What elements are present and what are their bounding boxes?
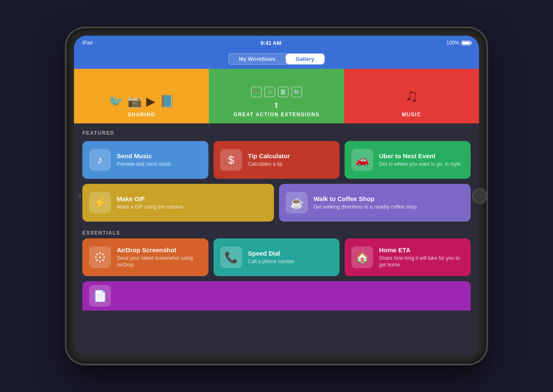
walk-coffee-title: Walk to Coffee Shop [313,195,464,202]
sharing-icons: 🐦 📷 ▶ 📘 [108,94,174,108]
banner-sharing[interactable]: 🐦 📷 ▶ 📘 SHARING [74,69,209,123]
card-partial[interactable]: 📄 [82,281,471,311]
twitter-icon: 🐦 [108,94,123,108]
tip-calculator-text: Tip Calculator Calculates a tip [248,152,333,168]
home-eta-desc: Share how long it will take for you to g… [379,255,464,268]
status-bar-right: 100% [446,40,471,46]
device-frame: iPad ᵎ 9:41 AM 100% My Workflows Gallery [66,28,487,364]
main-content: FEATURED ♪ Send Music Preview and send m… [74,123,479,356]
device-label: iPad [82,40,92,46]
wifi-icon: ᵎ [95,40,95,46]
music-label: MUSIC [402,112,421,118]
card-tip-calculator[interactable]: $ Tip Calculator Calculates a tip [213,141,340,179]
card-make-gif[interactable]: ⚡ Make GIF Make a GIF using the camera [82,184,274,222]
svg-point-4 [103,256,105,258]
card-walk-coffee[interactable]: ☕ Walk to Coffee Shop Get walking direct… [279,184,471,222]
card-speed-dial[interactable]: 📞 Speed Dial Call a phone number [213,238,340,276]
home-eta-text: Home ETA Share how long it will take for… [379,246,464,268]
battery-fill [462,42,470,44]
uber-next-event-text: Uber to Next Event Get to where you want… [379,152,464,168]
featured-cards-row1: ♪ Send Music Preview and send music $ Ti… [82,141,471,179]
make-gif-desc: Make a GIF using the camera [117,204,267,211]
uber-next-event-title: Uber to Next Event [379,152,464,159]
instagram-icon: 📷 [127,94,142,108]
partial-card-icon: 📄 [89,285,111,307]
home-eta-title: Home ETA [379,246,464,253]
send-music-desc: Preview and send music [117,161,202,168]
speed-dial-text: Speed Dial Call a phone number [248,250,333,265]
walk-coffee-desc: Get walking directions to a nearby coffe… [313,204,464,211]
tab-switcher: My Workflows Gallery [228,53,324,65]
tab-gallery[interactable]: Gallery [286,54,324,64]
svg-point-2 [99,261,101,262]
send-music-title: Send Music [117,152,202,159]
uber-icon: 🚗 [351,149,373,171]
svg-point-0 [99,256,101,258]
featured-cards-row2: ⚡ Make GIF Make a GIF using the camera ☕… [82,184,471,222]
make-gif-text: Make GIF Make a GIF using the camera [117,195,267,211]
music-note-icon: ♫ [405,86,419,106]
uber-next-event-desc: Get to where you want to go, in style [379,161,464,168]
ext-icon-4: 🔄 [291,86,302,97]
music-icons: ♫ [405,86,419,108]
nav-bar: My Workflows Gallery [74,50,479,69]
front-camera [78,194,82,198]
home-button[interactable] [472,188,487,204]
send-music-text: Send Music Preview and send music [117,152,202,168]
card-send-music[interactable]: ♪ Send Music Preview and send music [82,141,208,179]
svg-point-8 [102,259,104,261]
extensions-label: GREAT ACTION EXTENSIONS [233,112,319,118]
speed-dial-icon: 📞 [220,246,242,268]
home-eta-icon: 🏠 [351,246,373,268]
tip-calculator-desc: Calculates a tip [248,161,333,168]
tip-calculator-icon: $ [220,149,242,171]
card-airdrop-screenshot[interactable]: AirDrop Screenshot Send your latest scre… [82,238,208,276]
youtube-icon: ▶ [146,94,155,108]
airdrop-screenshot-title: AirDrop Screenshot [117,246,202,253]
svg-point-6 [102,253,104,255]
extensions-icons: 📚 🖨 📄 🔄 [251,86,302,97]
send-music-icon: ♪ [89,149,111,171]
airdrop-screenshot-desc: Send your latest screenshot using AirDro… [117,255,202,268]
status-bar: iPad ᵎ 9:41 AM 100% [74,36,479,50]
ext-icon-2: 🖨 [264,86,275,97]
facebook-icon: 📘 [160,94,174,108]
battery-percentage: 100% [446,40,459,46]
battery-bar [461,41,471,45]
banner-music[interactable]: ♫ MUSIC [344,69,479,123]
status-bar-left: iPad ᵎ [82,40,95,46]
ext-icon-3: 📄 [278,86,289,97]
walk-coffee-icon: ☕ [286,192,308,214]
svg-point-7 [96,259,98,261]
speed-dial-desc: Call a phone number [248,259,333,265]
tip-calculator-title: Tip Calculator [248,152,333,159]
sharing-label: SHARING [128,112,155,118]
card-home-eta[interactable]: 🏠 Home ETA Share how long it will take f… [345,238,471,276]
essentials-cards-row1: AirDrop Screenshot Send your latest scre… [82,238,471,276]
device-screen: iPad ᵎ 9:41 AM 100% My Workflows Gallery [74,36,479,356]
card-uber-next-event[interactable]: 🚗 Uber to Next Event Get to where you wa… [345,141,471,179]
walk-coffee-text: Walk to Coffee Shop Get walking directio… [313,195,464,211]
essentials-section-title: ESSENTIALS [82,230,471,236]
banner-extensions[interactable]: 📚 🖨 📄 🔄 ⬆ GREAT ACTION EXTENSIONS [209,69,344,123]
airdrop-screenshot-text: AirDrop Screenshot Send your latest scre… [117,246,202,268]
svg-point-1 [99,252,101,254]
tab-my-workflows[interactable]: My Workflows [229,54,285,64]
make-gif-icon: ⚡ [89,192,111,214]
make-gif-title: Make GIF [117,195,267,202]
svg-point-3 [95,256,97,258]
featured-section-title: FEATURED [82,130,471,136]
share-arrow-icon: ⬆ [273,101,279,110]
ext-icon-1: 📚 [251,86,262,97]
airdrop-icon [89,246,111,268]
battery-body [461,41,471,45]
status-time: 9:41 AM [261,40,281,46]
banner-area: 🐦 📷 ▶ 📘 SHARING 📚 🖨 📄 🔄 ⬆ GREAT ACTION E… [74,69,479,123]
speed-dial-title: Speed Dial [248,250,333,257]
svg-point-5 [96,253,98,255]
